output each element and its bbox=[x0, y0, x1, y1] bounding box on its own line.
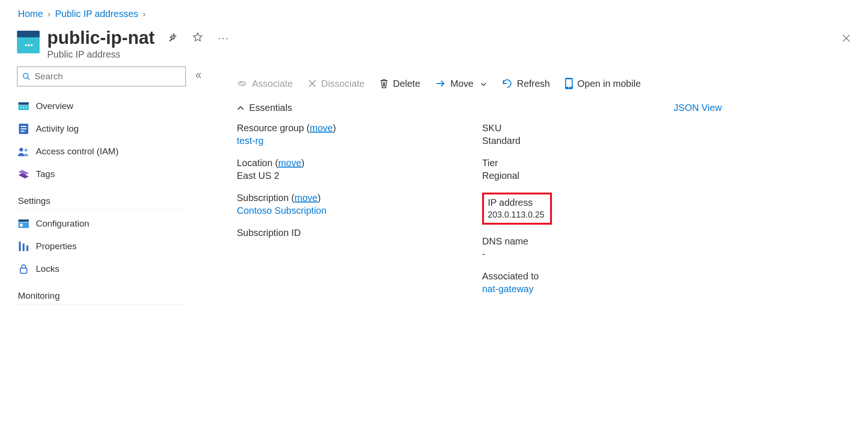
overview-icon bbox=[18, 102, 29, 110]
sidebar-item-overview[interactable]: Overview bbox=[17, 95, 208, 118]
svg-point-11 bbox=[25, 149, 27, 152]
svg-point-4 bbox=[23, 107, 25, 108]
locks-icon bbox=[18, 264, 29, 274]
sidebar-item-label: Activity log bbox=[36, 124, 79, 134]
main-content: Associate Dissociate Delete Move bbox=[208, 67, 868, 307]
svg-rect-9 bbox=[21, 131, 25, 132]
sidebar-item-label: Properties bbox=[36, 241, 77, 252]
access-control-icon bbox=[18, 147, 29, 156]
ip-address-highlight: IP address 203.0.113.0.25 bbox=[482, 193, 552, 225]
sidebar-item-label: Access control (IAM) bbox=[36, 146, 118, 157]
close-icon bbox=[841, 33, 852, 44]
more-button[interactable]: ··· bbox=[216, 30, 231, 46]
chevron-right-icon: › bbox=[48, 10, 50, 18]
svg-point-0 bbox=[23, 73, 28, 78]
sku-value: Standard bbox=[482, 135, 552, 146]
collapse-sidebar-button[interactable] bbox=[194, 71, 203, 82]
svg-rect-12 bbox=[18, 219, 29, 222]
sidebar-section-settings: Settings bbox=[17, 185, 187, 210]
refresh-button[interactable]: Refresh bbox=[502, 78, 550, 89]
associate-button: Associate bbox=[237, 78, 293, 89]
sidebar-search[interactable] bbox=[17, 67, 186, 86]
essentials-panel: Resource group (move) test-rg Location (… bbox=[237, 123, 854, 295]
tags-icon bbox=[18, 170, 29, 178]
json-view-link[interactable]: JSON View bbox=[674, 102, 722, 113]
arrow-right-icon bbox=[435, 79, 446, 88]
toolbar: Associate Dissociate Delete Move bbox=[237, 78, 854, 89]
svg-rect-18 bbox=[20, 268, 27, 273]
public-ip-resource-icon bbox=[17, 31, 40, 53]
page-subtitle: Public IP address bbox=[47, 49, 231, 60]
ip-address-value: 203.0.113.0.25 bbox=[488, 210, 544, 220]
breadcrumb-parent[interactable]: Public IP addresses bbox=[55, 8, 138, 19]
field-resource-group: Resource group (move) test-rg bbox=[237, 123, 454, 146]
sidebar-item-locks[interactable]: Locks bbox=[17, 258, 208, 280]
pin-button[interactable] bbox=[165, 30, 179, 46]
field-ip-address: IP address 203.0.113.0.25 bbox=[482, 193, 552, 225]
move-button[interactable]: Move bbox=[435, 78, 487, 89]
sidebar-item-access-control[interactable]: Access control (IAM) bbox=[17, 140, 208, 163]
sidebar: Overview Activity log Access control (IA… bbox=[0, 67, 208, 307]
search-input[interactable] bbox=[34, 71, 181, 82]
field-location: Location (move) East US 2 bbox=[237, 158, 454, 181]
open-mobile-button[interactable]: Open in mobile bbox=[565, 78, 641, 89]
field-sku: SKU Standard bbox=[482, 123, 552, 146]
svg-rect-16 bbox=[23, 244, 25, 251]
sidebar-item-label: Overview bbox=[36, 101, 73, 111]
svg-rect-14 bbox=[20, 224, 23, 227]
sidebar-item-label: Locks bbox=[36, 264, 59, 274]
location-value: East US 2 bbox=[237, 170, 454, 181]
x-icon bbox=[308, 79, 317, 88]
sidebar-section-monitoring: Monitoring bbox=[17, 280, 187, 304]
associated-to-value[interactable]: nat-gateway bbox=[482, 284, 552, 295]
chevron-up-icon bbox=[237, 105, 244, 111]
svg-rect-8 bbox=[21, 128, 26, 129]
svg-point-5 bbox=[25, 107, 27, 108]
field-associated-to: Associated to nat-gateway bbox=[482, 271, 552, 295]
svg-point-3 bbox=[20, 107, 22, 108]
svg-point-21 bbox=[568, 87, 569, 88]
search-icon bbox=[22, 72, 31, 81]
configuration-icon bbox=[18, 219, 29, 228]
sidebar-item-configuration[interactable]: Configuration bbox=[17, 212, 208, 235]
breadcrumb-home[interactable]: Home bbox=[18, 8, 43, 19]
sidebar-item-label: Tags bbox=[36, 169, 55, 179]
activity-log-icon bbox=[18, 124, 29, 134]
move-resource-group-link[interactable]: move bbox=[310, 123, 333, 133]
resource-group-value[interactable]: test-rg bbox=[237, 135, 454, 146]
page-header: public-ip-nat ··· Public IP address bbox=[0, 19, 868, 60]
sidebar-item-activity-log[interactable]: Activity log bbox=[17, 118, 208, 140]
chevron-down-icon bbox=[480, 78, 487, 89]
close-button[interactable] bbox=[841, 33, 852, 45]
delete-button[interactable]: Delete bbox=[380, 78, 420, 89]
essentials-toggle[interactable]: Essentials bbox=[237, 102, 292, 113]
dissociate-button: Dissociate bbox=[308, 78, 365, 89]
sidebar-item-tags[interactable]: Tags bbox=[17, 163, 208, 185]
field-tier: Tier Regional bbox=[482, 158, 552, 181]
chevron-double-left-icon bbox=[194, 71, 203, 80]
properties-icon bbox=[18, 242, 29, 251]
subscription-value[interactable]: Contoso Subscription bbox=[237, 205, 454, 216]
tier-value: Regional bbox=[482, 170, 552, 181]
svg-rect-1 bbox=[18, 102, 29, 105]
dns-value: - bbox=[482, 249, 552, 260]
sidebar-item-properties[interactable]: Properties bbox=[17, 235, 208, 258]
link-icon bbox=[237, 79, 247, 88]
pin-icon bbox=[167, 32, 177, 42]
ellipsis-icon: ··· bbox=[218, 32, 229, 44]
svg-point-10 bbox=[19, 148, 23, 152]
field-subscription: Subscription (move) Contoso Subscription bbox=[237, 193, 454, 216]
move-subscription-link[interactable]: move bbox=[294, 193, 317, 203]
trash-icon bbox=[380, 78, 388, 89]
svg-rect-20 bbox=[566, 79, 572, 87]
chevron-right-icon: › bbox=[143, 10, 145, 18]
mobile-icon bbox=[565, 78, 573, 89]
move-location-link[interactable]: move bbox=[278, 158, 301, 168]
sidebar-item-label: Configuration bbox=[36, 219, 89, 229]
svg-rect-15 bbox=[19, 242, 21, 251]
page-title: public-ip-nat bbox=[47, 28, 155, 48]
field-subscription-id: Subscription ID bbox=[237, 227, 454, 238]
breadcrumb: Home › Public IP addresses › bbox=[0, 0, 868, 19]
favorite-button[interactable] bbox=[191, 30, 205, 46]
svg-rect-17 bbox=[26, 245, 28, 251]
